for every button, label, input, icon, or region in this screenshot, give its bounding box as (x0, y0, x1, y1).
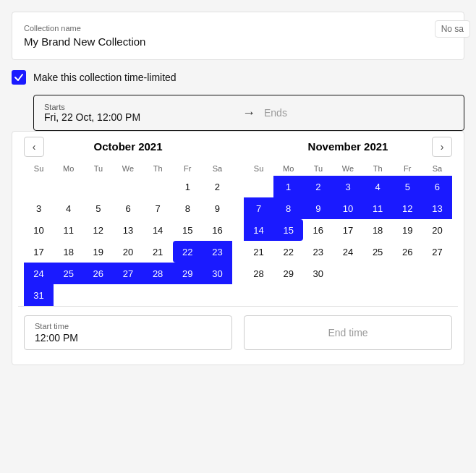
day-cell[interactable]: 16 (203, 219, 232, 241)
day-cell[interactable] (333, 263, 362, 284)
day-cell[interactable]: 7 (244, 197, 273, 219)
day-cell[interactable] (143, 176, 173, 197)
day-header: Su (244, 161, 273, 176)
day-cell[interactable]: 11 (54, 219, 83, 241)
start-time-value: 12:00 PM (35, 332, 221, 344)
day-cell[interactable]: 27 (113, 263, 143, 284)
day-cell[interactable]: 28 (244, 263, 273, 284)
prev-month-button[interactable]: ‹ (24, 137, 44, 157)
day-cell[interactable]: 19 (83, 241, 113, 263)
day-cell[interactable]: 16 (303, 219, 333, 241)
day-cell[interactable]: 14 (143, 219, 173, 241)
day-cell[interactable] (54, 284, 83, 306)
day-cell[interactable] (113, 176, 143, 197)
day-header: We (113, 161, 143, 176)
day-cell[interactable]: 23 (303, 241, 333, 263)
end-time-box[interactable]: End time (244, 315, 452, 350)
day-cell[interactable]: 18 (363, 219, 393, 241)
day-cell[interactable]: 17 (24, 241, 54, 263)
day-cell[interactable]: 17 (333, 219, 362, 241)
day-cell[interactable] (24, 176, 54, 197)
day-cell[interactable]: 21 (244, 241, 273, 263)
day-cell[interactable] (422, 263, 452, 284)
day-cell[interactable]: 29 (273, 263, 303, 284)
day-cell[interactable]: 15 (273, 219, 303, 241)
day-cell[interactable]: 3 (333, 176, 362, 197)
day-cell[interactable] (363, 263, 393, 284)
day-header: We (333, 161, 362, 176)
day-cell[interactable]: 21 (143, 241, 173, 263)
day-cell[interactable]: 25 (363, 241, 393, 263)
end-time-label: End time (328, 327, 367, 338)
day-header: Th (363, 161, 393, 176)
day-cell[interactable]: 6 (113, 197, 143, 219)
day-cell[interactable]: 4 (363, 176, 393, 197)
day-cell[interactable]: 20 (113, 241, 143, 263)
day-cell[interactable]: 30 (203, 263, 232, 284)
day-cell[interactable]: 10 (333, 197, 362, 219)
day-cell[interactable]: 9 (303, 197, 333, 219)
day-cell[interactable]: 23 (203, 241, 232, 263)
day-cell[interactable]: 2 (203, 176, 232, 197)
day-cell[interactable]: 22 (273, 241, 303, 263)
day-cell[interactable] (54, 176, 83, 197)
date-range-bar[interactable]: Starts Fri, 22 Oct, 12:00 PM → Ends (33, 95, 464, 131)
day-cell[interactable]: 30 (303, 263, 333, 284)
day-cell[interactable]: 5 (83, 197, 113, 219)
october-grid: SuMoTuWeThFrSa12345678910111213141516171… (24, 161, 232, 306)
day-cell[interactable] (393, 263, 422, 284)
day-header: Sa (203, 161, 232, 176)
day-cell[interactable]: 9 (203, 197, 232, 219)
october-calendar: ‹ October 2021 SuMoTuWeThFrSa12345678910… (18, 140, 238, 306)
day-cell[interactable]: 20 (422, 219, 452, 241)
day-cell[interactable]: 2 (303, 176, 333, 197)
ends-label[interactable]: Ends (264, 107, 454, 119)
day-cell[interactable]: 25 (54, 263, 83, 284)
day-cell[interactable]: 11 (363, 197, 393, 219)
day-cell[interactable]: 13 (422, 197, 452, 219)
day-cell[interactable]: 3 (24, 197, 54, 219)
day-cell[interactable]: 18 (54, 241, 83, 263)
day-header: Mo (54, 161, 83, 176)
day-cell[interactable]: 4 (54, 197, 83, 219)
day-cell[interactable]: 26 (83, 263, 113, 284)
day-cell[interactable]: 7 (143, 197, 173, 219)
day-header: Tu (83, 161, 113, 176)
day-cell[interactable]: 27 (422, 241, 452, 263)
day-cell[interactable]: 13 (113, 219, 143, 241)
start-time-box[interactable]: Start time 12:00 PM (24, 315, 232, 350)
day-cell[interactable] (173, 284, 203, 306)
day-cell[interactable] (83, 176, 113, 197)
day-cell[interactable]: 1 (173, 176, 203, 197)
day-cell[interactable]: 29 (173, 263, 203, 284)
november-header: November 2021 › (244, 140, 452, 153)
day-cell[interactable] (113, 284, 143, 306)
day-cell[interactable] (83, 284, 113, 306)
day-cell[interactable] (244, 176, 273, 197)
day-cell[interactable]: 26 (393, 241, 422, 263)
day-cell[interactable] (203, 284, 232, 306)
day-cell[interactable]: 12 (83, 219, 113, 241)
day-cell[interactable]: 24 (24, 263, 54, 284)
day-cell[interactable]: 1 (273, 176, 303, 197)
day-cell[interactable]: 12 (393, 197, 422, 219)
day-cell[interactable]: 8 (273, 197, 303, 219)
arrow-right-icon: → (242, 106, 255, 121)
day-cell[interactable]: 10 (24, 219, 54, 241)
day-cell[interactable]: 28 (143, 263, 173, 284)
day-cell[interactable]: 15 (173, 219, 203, 241)
day-cell[interactable]: 6 (422, 176, 452, 197)
october-header: ‹ October 2021 (24, 140, 232, 153)
time-limited-checkbox-row[interactable]: Make this collection time-limited (12, 70, 464, 85)
day-cell[interactable]: 31 (24, 284, 54, 306)
day-cell[interactable]: 5 (393, 176, 422, 197)
next-month-button[interactable]: › (432, 137, 452, 157)
date-range-start[interactable]: Starts Fri, 22 Oct, 12:00 PM (44, 103, 234, 123)
day-cell[interactable]: 14 (244, 219, 273, 241)
day-cell[interactable]: 8 (173, 197, 203, 219)
day-cell[interactable] (143, 284, 173, 306)
day-cell[interactable]: 24 (333, 241, 362, 263)
time-limited-checkbox[interactable] (12, 70, 26, 85)
day-cell[interactable]: 19 (393, 219, 422, 241)
day-cell[interactable]: 22 (173, 241, 203, 263)
